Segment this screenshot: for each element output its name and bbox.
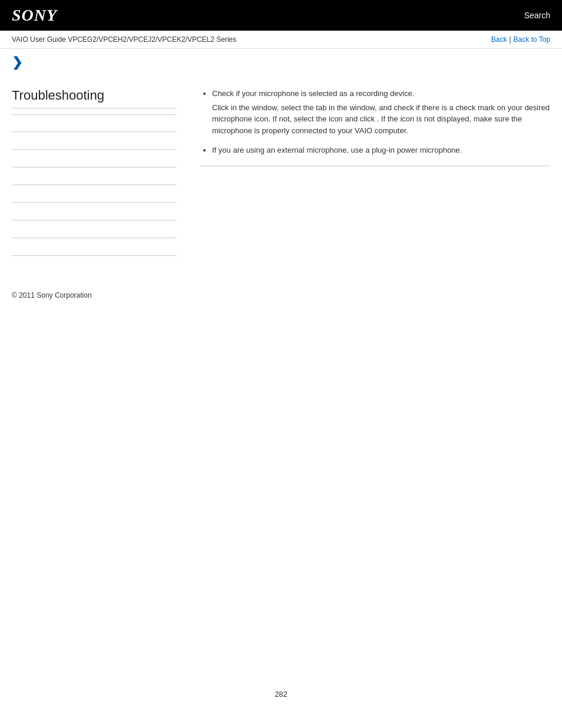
sidebar-link-4[interactable]: [12, 167, 177, 185]
sidebar-link-1[interactable]: [12, 114, 177, 132]
sidebar-title: Troubleshooting: [12, 88, 177, 108]
sidebar-link-7[interactable]: [12, 220, 177, 238]
nav-links: Back | Back to Top: [491, 35, 550, 44]
content-area: Check if your microphone is selected as …: [194, 88, 550, 256]
list-item-2-main: If you are using an external microphone,…: [212, 146, 462, 154]
chevron-right-icon: ❯: [12, 55, 22, 70]
breadcrumb: VAIO User Guide VPCEG2/VPCEH2/VPCEJ2/VPC…: [12, 35, 236, 44]
header: SONY Search: [0, 0, 562, 31]
back-to-top-link[interactable]: Back to Top: [514, 35, 550, 44]
page-number-value: 282: [275, 690, 287, 699]
nav-separator: |: [509, 35, 511, 44]
sidebar-link-6[interactable]: [12, 203, 177, 220]
page-icon-area: ❯: [0, 49, 562, 76]
sidebar-links: [12, 114, 177, 256]
search-button[interactable]: Search: [524, 11, 550, 20]
sony-logo: SONY: [12, 6, 57, 25]
sidebar-link-8[interactable]: [12, 238, 177, 256]
sidebar: Troubleshooting: [12, 88, 194, 256]
content-list: Check if your microphone is selected as …: [200, 88, 550, 156]
list-item-2: If you are using an external microphone,…: [212, 144, 550, 156]
sidebar-link-5[interactable]: [12, 185, 177, 203]
list-item-1: Check if your microphone is selected as …: [212, 88, 550, 136]
back-link[interactable]: Back: [491, 35, 507, 44]
copyright: © 2011 Sony Corporation: [0, 279, 562, 311]
copyright-text: © 2011 Sony Corporation: [12, 291, 92, 299]
content-divider: [200, 166, 550, 166]
sidebar-link-2[interactable]: [12, 132, 177, 150]
list-item-1-detail: Click in the window, select the tab in t…: [212, 102, 550, 137]
sidebar-link-3[interactable]: [12, 150, 177, 167]
page-number: 282: [0, 678, 562, 710]
main-content: Troubleshooting Check if your microphone…: [0, 76, 562, 268]
list-item-1-main: Check if your microphone is selected as …: [212, 89, 414, 98]
nav-bar: VAIO User Guide VPCEG2/VPCEH2/VPCEJ2/VPC…: [0, 31, 562, 49]
